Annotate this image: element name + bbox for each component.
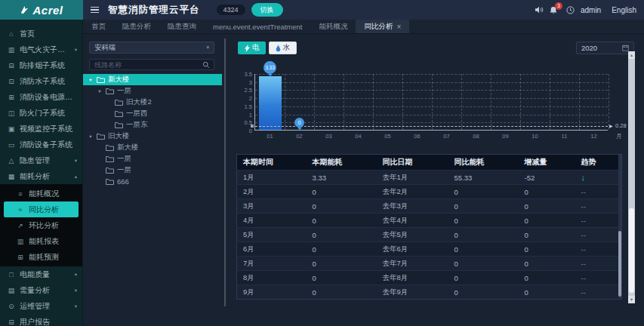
table-cell: 0 [307, 242, 377, 257]
sidebar-item-消防水子系统[interactable]: ⊡消防水子系统 [0, 73, 82, 89]
tab-同比分析[interactable]: 同比分析× [356, 20, 409, 33]
table-row: 3月0去年3月00-- [237, 199, 622, 214]
sidebar-item-消防设备电源子系统[interactable]: ⊞消防设备电源子系统 [0, 89, 82, 105]
sidebar-item-隐患管理[interactable]: △隐患管理▾ [0, 152, 82, 168]
tab-menu.event.eventTreatment[interactable]: menu.event.eventTreatment [205, 20, 310, 33]
tree-node-666[interactable]: 666 [83, 176, 222, 187]
lightning-bolt-icon [245, 45, 250, 52]
table-cell: 6月 [237, 242, 307, 257]
electric-tab-button[interactable]: 电 [238, 42, 266, 54]
sidebar-item-用户报告[interactable]: ⊟用户报告 [0, 314, 82, 326]
table-cell: 0 [448, 228, 519, 242]
sidebar-item-电气火灾子系统[interactable]: ▥电气火灾子系统▾ [0, 42, 82, 57]
x-tick-label: 07 [438, 133, 456, 140]
sidebar-item-视频监控子系统[interactable]: ▣视频监控子系统 [0, 121, 82, 137]
x-gridline [285, 74, 285, 130]
sidebar-item-防火门子系统[interactable]: ◫防火门子系统 [0, 105, 82, 121]
year-picker[interactable]: 2020 [576, 42, 634, 54]
tree-node-新大楼[interactable]: 新大楼 [83, 142, 222, 153]
chevron-icon: ▾ [75, 303, 77, 309]
sidebar-item-环比分析[interactable]: ↗环比分析 [0, 217, 82, 233]
energy-forecast-icon: ⊞ [17, 254, 24, 261]
tree-node-旧大楼[interactable]: ▾旧大楼 [83, 131, 222, 142]
switch-button[interactable]: 切换 [251, 3, 283, 17]
tab-隐患分析[interactable]: 隐患分析 [114, 20, 159, 33]
tab-隐患查询[interactable]: 隐患查询 [159, 20, 205, 33]
sidebar-item-防排烟子系统[interactable]: ⊟防排烟子系统 [0, 57, 82, 73]
x-tick-label: 05 [379, 133, 397, 140]
table-scrollbar[interactable] [618, 155, 621, 298]
sidebar-item-能耗分析[interactable]: ▦能耗分析▴ [0, 168, 82, 184]
tree-node-一层[interactable]: ▾一层 [83, 85, 222, 97]
sidebar-item-首页[interactable]: ⌂首页 [0, 26, 82, 42]
tab-label: 能耗概况 [319, 22, 347, 32]
markline-arrow-icon: ▶ [609, 123, 613, 129]
sidebar-item-电能质量[interactable]: □电能质量▾ [0, 266, 82, 282]
electric-tab-label: 电 [252, 43, 260, 53]
table-cell: 5月 [237, 228, 307, 242]
tree-node-一层[interactable]: 一层 [83, 153, 222, 165]
sidebar-item-消防设备子系统[interactable]: ▭消防设备子系统 [0, 137, 82, 152]
sidebar-item-同比分析[interactable]: ≈同比分析 [4, 201, 79, 217]
tree-node-新大楼[interactable]: ▾新大楼 [83, 74, 222, 85]
om-management-icon: ⊙ [8, 303, 15, 310]
menu-collapse-icon[interactable] [91, 7, 99, 14]
tree-caret-icon: ▾ [88, 77, 94, 83]
x-gridline [373, 74, 374, 130]
chevron-icon: ▾ [75, 47, 77, 53]
tree-node-label: 一层 [117, 154, 131, 164]
logo-text: Acrel [32, 4, 63, 17]
scroll-down-arrow[interactable]: ▼ [628, 296, 635, 303]
table-cell: 0 [307, 257, 377, 271]
notification-bell[interactable]: 3 [550, 6, 557, 14]
organization-select[interactable]: 安科瑞 ▾ [89, 42, 214, 54]
sidebar-item-需量分析[interactable]: ▤需量分析▾ [0, 282, 82, 298]
chart-plot: 00.511.522.533.5010203040506070809101112… [254, 74, 608, 131]
app-root: Acrel 智慧消防管理云平台 4324 切换 3 admin English … [0, 0, 644, 326]
scrollbar-thumb[interactable] [629, 208, 634, 293]
table-cell: 去年5月 [377, 228, 448, 242]
scroll-up-arrow[interactable]: ▲ [628, 51, 635, 59]
trend-cell: -- [575, 185, 622, 199]
data-label-balloon: 0 [294, 118, 304, 128]
column-header: 本期能耗 [307, 155, 377, 171]
device-power-icon: ⊞ [8, 94, 15, 101]
tree-node-label: 新大楼 [117, 143, 139, 152]
table-cell: 去年6月 [377, 242, 448, 257]
table-cell: 0 [448, 199, 519, 214]
sidebar-item-能耗报表[interactable]: ▥能耗报表 [0, 233, 82, 249]
sidebar-item-能耗预测[interactable]: ⊞能耗预测 [0, 249, 82, 265]
close-tab-icon[interactable]: × [396, 23, 401, 31]
tree-node-一层西[interactable]: 一层西 [83, 108, 222, 119]
column-header: 本期时间 [237, 155, 307, 171]
table-cell: 0 [448, 185, 519, 199]
language-switcher[interactable]: English [612, 6, 636, 14]
line-search-input[interactable] [90, 61, 202, 69]
search-icon[interactable] [202, 61, 210, 69]
column-header: 趋势 [575, 155, 622, 171]
tab-首页[interactable]: 首页 [83, 20, 114, 33]
x-tick-label: 01 [261, 133, 279, 140]
sidebar-item-运维管理[interactable]: ⊙运维管理▾ [0, 298, 82, 314]
clock-icon[interactable] [566, 6, 575, 14]
sidebar-item-label: 电能质量 [20, 269, 70, 280]
chevron-icon: ▾ [75, 272, 77, 278]
tree-node-一层东[interactable]: 一层东 [83, 119, 222, 131]
comparison-table: 本期时间本期能耗同比日期同比能耗增减量趋势 1月3.33去年1月55.33-52… [236, 154, 622, 300]
page-scrollbar[interactable]: ▲ ▼ [628, 51, 635, 303]
sidebar-menu: ⌂首页▥电气火灾子系统▾⊟防排烟子系统⊡消防水子系统⊞消防设备电源子系统◫防火门… [0, 26, 82, 326]
speaker-icon[interactable] [535, 6, 544, 14]
tabs-bar: 首页隐患分析隐患查询menu.event.eventTreatment能耗概况同… [83, 20, 644, 34]
water-tab-button[interactable]: 水 [269, 42, 297, 54]
sidebar-item-能耗概况[interactable]: ≡能耗概况 [0, 186, 82, 201]
folder-icon [106, 155, 114, 162]
water-tab-label: 水 [283, 43, 291, 53]
sidebar-item-label: 用户报告 [20, 317, 77, 326]
username[interactable]: admin [581, 6, 601, 14]
tree-node-一层[interactable]: 一层 [83, 165, 222, 176]
tree-node-旧大楼2[interactable]: 旧大楼2 [83, 97, 222, 108]
bar-01[interactable] [259, 76, 282, 130]
sidebar-item-label: 消防设备电源子系统 [20, 92, 77, 103]
tab-能耗概况[interactable]: 能耗概况 [310, 20, 356, 33]
tree-node-label: 一层东 [126, 120, 148, 130]
